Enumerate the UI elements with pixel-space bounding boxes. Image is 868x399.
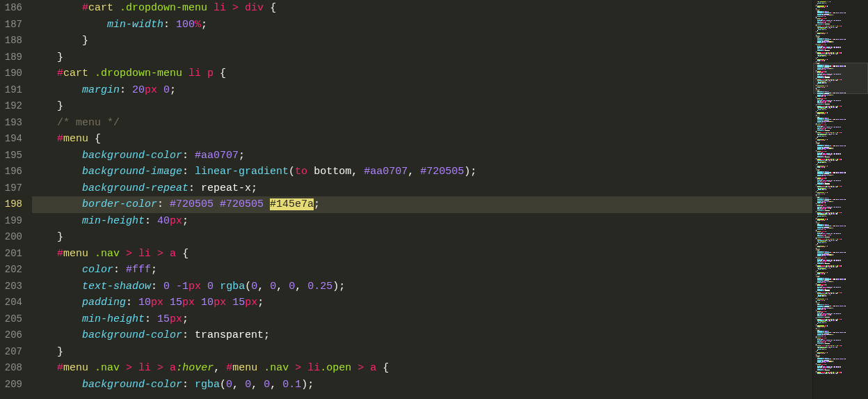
token: padding: [82, 297, 126, 308]
token: %: [195, 19, 201, 31]
line-number[interactable]: 201: [0, 246, 22, 263]
line-number[interactable]: 195: [0, 148, 22, 164]
line-number[interactable]: 191: [0, 82, 22, 99]
token: (: [245, 281, 251, 292]
code-line[interactable]: #cart .dropdown-menu li > div {: [32, 0, 812, 17]
line-number[interactable]: 187: [0, 17, 22, 33]
line-number[interactable]: 203: [0, 279, 22, 295]
code-line[interactable]: #menu .nav > li > a {: [32, 246, 812, 263]
token: px: [245, 297, 257, 308]
token: cart: [88, 2, 120, 14]
token: :: [182, 150, 195, 162]
token: menu: [63, 362, 95, 374]
token: repeat-x: [201, 182, 251, 194]
code-line[interactable]: }: [32, 33, 812, 49]
token: ;: [239, 150, 245, 162]
token: :: [188, 182, 201, 194]
line-number[interactable]: 204: [0, 295, 22, 311]
token: -1: [176, 281, 188, 292]
code-line[interactable]: min-width: 100%;: [32, 17, 812, 33]
line-number[interactable]: 199: [0, 213, 22, 230]
line-number[interactable]: 188: [0, 33, 22, 49]
code-line[interactable]: }: [32, 49, 812, 66]
code-line[interactable]: background-repeat: repeat-x;: [32, 180, 812, 197]
line-number[interactable]: 206: [0, 327, 22, 344]
code-line[interactable]: }: [32, 344, 812, 361]
line-number[interactable]: 186: [0, 0, 22, 17]
token: 10: [201, 297, 214, 308]
line-number[interactable]: 200: [0, 229, 22, 246]
code-line[interactable]: background-color: transparent;: [32, 327, 812, 344]
code-line[interactable]: #cart .dropdown-menu li p {: [32, 65, 812, 82]
code-line[interactable]: padding: 10px 15px 10px 15px;: [32, 295, 812, 311]
line-number[interactable]: 193: [0, 115, 22, 132]
token: 0: [264, 379, 270, 391]
line-number[interactable]: 196: [0, 164, 22, 180]
editor[interactable]: 1861871881891901911921931941951961971981…: [0, 0, 812, 399]
token: :: [145, 215, 157, 227]
code-line[interactable]: }: [32, 229, 812, 246]
token: {: [182, 248, 188, 260]
token: {: [270, 2, 276, 14]
line-number[interactable]: 197: [0, 180, 22, 197]
token: ): [332, 281, 339, 292]
minimap[interactable]: [812, 0, 868, 399]
token: }: [57, 52, 63, 63]
line-number[interactable]: 192: [0, 98, 22, 115]
token: li: [188, 68, 207, 79]
token: :: [182, 166, 195, 178]
token: ;: [470, 166, 476, 178]
token: .nav: [264, 362, 295, 374]
token: 15: [170, 297, 182, 308]
code-line[interactable]: #menu {: [32, 131, 812, 148]
token: rgba: [195, 379, 220, 391]
code-line[interactable]: border-color: #720505 #720505 #145e7a;: [32, 196, 812, 213]
line-number[interactable]: 207: [0, 344, 22, 361]
token: :: [163, 19, 176, 31]
code-line[interactable]: #menu .nav > li > a:hover, #menu .nav > …: [32, 360, 812, 377]
token: ,: [351, 166, 364, 178]
token: ;: [307, 379, 314, 391]
token: :: [145, 313, 157, 325]
token: 10: [138, 297, 151, 308]
code-line[interactable]: /* menu */: [32, 115, 812, 132]
code-line[interactable]: color: #fff;: [32, 262, 812, 279]
token: {: [95, 133, 101, 145]
code-line[interactable]: }: [32, 98, 812, 115]
line-number[interactable]: 194: [0, 131, 22, 148]
line-number[interactable]: 198: [0, 196, 22, 213]
token: >: [157, 248, 170, 260]
line-number[interactable]: 209: [0, 377, 22, 393]
token: .dropdown-menu: [95, 68, 188, 79]
token: ;: [257, 297, 264, 308]
line-number[interactable]: 202: [0, 262, 22, 279]
token: #fff: [126, 264, 151, 276]
code-line[interactable]: background-color: rgba(0, 0, 0, 0.1);: [32, 377, 812, 393]
code-line[interactable]: text-shadow: 0 -1px 0 rgba(0, 0, 0, 0.25…: [32, 279, 812, 295]
token: a: [170, 362, 176, 374]
code-line[interactable]: background-image: linear-gradient(to bot…: [32, 164, 812, 180]
token: li: [307, 362, 320, 374]
code-line[interactable]: min-height: 15px;: [32, 311, 812, 328]
token: cart: [63, 68, 95, 79]
token: {: [383, 362, 389, 374]
token: rgba: [220, 281, 245, 292]
line-number[interactable]: 208: [0, 360, 22, 377]
code-area[interactable]: #cart .dropdown-menu li > div { min-widt…: [28, 0, 812, 399]
token: margin: [82, 84, 120, 96]
code-line[interactable]: margin: 20px 0;: [32, 82, 812, 99]
token: }: [57, 231, 63, 243]
line-number-gutter[interactable]: 1861871881891901911921931941951961971981…: [0, 0, 28, 399]
token: min-height: [82, 215, 145, 227]
token: .nav: [95, 362, 126, 374]
line-number[interactable]: 205: [0, 311, 22, 328]
minimap-viewport[interactable]: [813, 63, 868, 94]
code-line[interactable]: background-color: #aa0707;: [32, 148, 812, 164]
token: px: [214, 297, 232, 308]
code-line[interactable]: min-height: 40px;: [32, 213, 812, 230]
line-number[interactable]: 189: [0, 49, 22, 66]
line-number[interactable]: 190: [0, 65, 22, 82]
token: ;: [339, 281, 345, 292]
token: ): [464, 166, 470, 178]
token: p: [207, 68, 220, 79]
